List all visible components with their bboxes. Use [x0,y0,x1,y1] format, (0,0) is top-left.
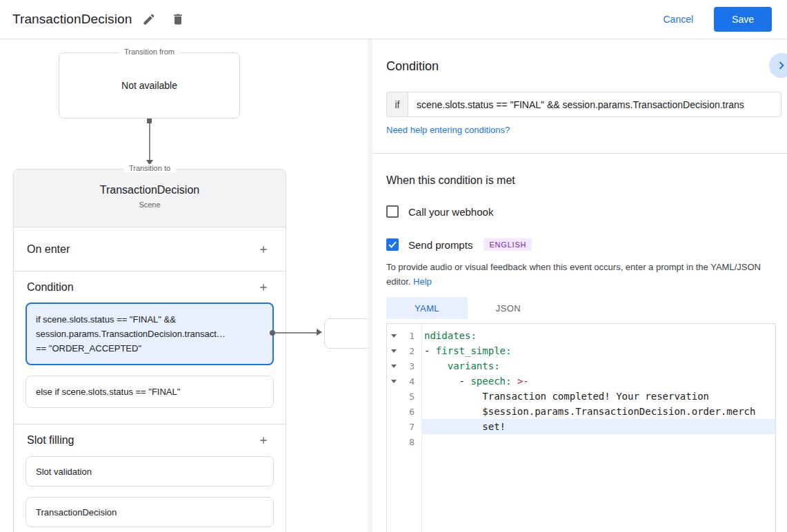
editor-line-1[interactable]: 1ndidates: [387,328,775,343]
slot-item-2[interactable]: TransactionDecision [26,497,274,527]
on-enter-row[interactable]: On enter [14,227,286,272]
condition-help-link[interactable]: Need help entering conditions? [386,125,510,135]
cancel-button[interactable]: Cancel [663,14,693,25]
editor-line-7[interactable]: 7 set! [387,419,775,434]
page-title: TransactionDecision [12,12,132,27]
connector-dot [270,330,275,336]
transition-to-label: Transition to [123,164,176,172]
line-number: 4 [397,376,421,387]
title-group: TransactionDecision [12,8,190,31]
code-line[interactable]: Transaction completed! Your reservation [421,389,775,404]
app-root: TransactionDecision Cancel Save Transiti… [0,0,787,532]
checkmark-icon [388,241,397,248]
header: TransactionDecision Cancel Save [0,0,787,39]
line-number: 7 [397,422,421,432]
condition-section: Condition if scene.slots.status == "FINA… [14,272,286,424]
line-number: 3 [397,361,421,371]
add-on-enter-button[interactable] [255,241,272,258]
add-slot-filling-button[interactable] [255,431,272,449]
slot-list: Slot validationTransactionDecision [14,456,286,527]
code-line[interactable]: $session.params.TransactionDecision.orde… [421,404,775,419]
code-line[interactable]: ndidates: [421,328,775,343]
editor-gutter: 5 [387,389,421,404]
edit-icon[interactable] [137,8,161,31]
editor-line-2[interactable]: 2- first_simple: [387,343,775,358]
line-number: 8 [397,437,421,447]
connector-dot [147,119,152,123]
transition-from-label: Transition from [119,48,180,56]
condition-panel: Condition if Need help entering conditio… [372,39,787,532]
fold-triangle-icon[interactable] [391,334,397,338]
editor-gutter: 8 [387,434,421,449]
yaml-editor[interactable]: 1ndidates:2- first_simple:3 variants:4 -… [386,323,776,532]
condition-item-2[interactable]: else if scene.slots.status == "FINAL" [26,376,274,408]
description-help-link[interactable]: Help [413,276,432,287]
transition-from-value: Not available [121,80,177,91]
editor-gutter: 7 [387,419,421,434]
slot-filling-label: Slot filling [27,434,74,447]
webhook-checkbox[interactable] [386,205,399,218]
code-line[interactable]: set! [421,419,775,434]
editor-gutter: 2 [387,343,421,358]
line-number: 5 [397,391,421,402]
editor-gutter: 3 [387,358,421,374]
language-badge: ENGLISH [484,238,532,251]
connector-line [149,123,150,160]
condition-input[interactable] [408,92,781,117]
webhook-row: Call your webhook [386,205,493,218]
send-prompts-checkbox[interactable] [386,238,399,251]
slot-item-1[interactable]: Slot validation [26,456,274,487]
tab-json[interactable]: JSON [468,297,549,319]
flow-canvas[interactable]: Transition from Not available Transition… [0,39,368,532]
scene-title: TransactionDecision [14,184,286,196]
code-line[interactable] [421,434,775,449]
editor-tabs: YAMLJSON [386,297,549,319]
transition-target-box[interactable] [324,318,368,349]
description-text: To provide audio or visual feedback when… [386,262,761,287]
scene-card-header: TransactionDecision Scene [14,170,286,227]
condition-row[interactable]: Condition [14,272,286,303]
editor-line-4[interactable]: 4 - speech: >- [387,374,775,389]
condition-list: if scene.slots.status == "FINAL" &&sessi… [14,303,286,408]
condition-section-label: Condition [27,281,74,294]
editor-line-5[interactable]: 5 Transaction completed! Your reservatio… [387,389,775,404]
header-actions: Cancel Save [663,7,772,32]
when-condition-met-title: When this condition is met [386,174,515,187]
add-condition-button[interactable] [255,278,272,296]
send-prompts-label: Send prompts [408,239,472,251]
line-number: 2 [397,346,421,356]
send-prompts-row: Send prompts ENGLISH [386,238,532,251]
editor-line-6[interactable]: 6 $session.params.TransactionDecision.or… [387,404,775,419]
tab-yaml[interactable]: YAML [386,297,468,319]
chevron-right-icon[interactable] [769,53,787,78]
condition-input-row: if [386,92,781,117]
editor-line-8[interactable]: 8 [387,434,775,449]
fold-triangle-icon[interactable] [391,365,397,368]
code-line[interactable]: - speech: >- [421,374,775,389]
scene-subtitle: Scene [14,201,286,209]
if-prefix: if [386,92,408,117]
slot-filling-row[interactable]: Slot filling [14,424,286,456]
line-number: 6 [397,407,421,417]
editor-rows: 1ndidates:2- first_simple:3 variants:4 -… [387,324,775,449]
fold-triangle-icon[interactable] [391,380,397,383]
condition-item-1[interactable]: if scene.slots.status == "FINAL" &&sessi… [26,303,274,365]
divider [372,153,787,154]
connector-line [275,332,317,334]
transition-from-box[interactable]: Transition from Not available [59,52,240,119]
editor-line-3[interactable]: 3 variants: [387,358,775,374]
transition-to-card[interactable]: Transition to TransactionDecision Scene … [13,169,286,532]
panel-divider-strip [368,39,372,532]
editor-gutter: 4 [387,374,421,389]
webhook-label: Call your webhook [408,206,493,218]
prompts-description: To provide audio or visual feedback when… [386,260,781,289]
fold-triangle-icon[interactable] [391,349,397,353]
save-button[interactable]: Save [714,7,772,32]
code-line[interactable]: variants: [421,358,775,374]
slot-filling-section: Slot filling Slot validationTransactionD… [14,424,286,527]
arrow-right-icon [317,329,322,336]
editor-gutter: 6 [387,404,421,419]
line-number: 1 [397,331,421,341]
delete-icon[interactable] [166,8,190,31]
code-line[interactable]: - first_simple: [421,343,775,358]
